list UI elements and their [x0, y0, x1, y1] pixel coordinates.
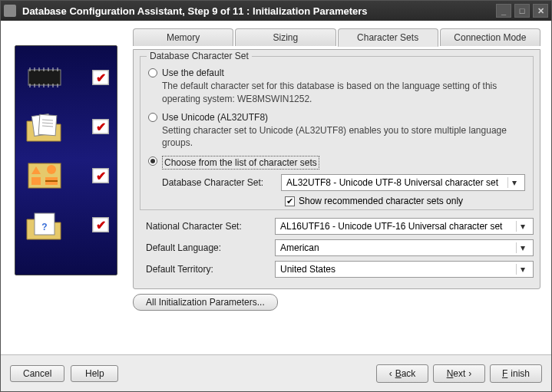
main-panel: Memory Sizing Character Sets Connection … — [124, 28, 544, 354]
maximize-button[interactable]: □ — [514, 4, 530, 18]
default-territory-value: United States — [280, 264, 516, 275]
button-bar: Cancel Help ‹Back Next› Finish — [1, 354, 551, 391]
chevron-down-icon: ▾ — [516, 221, 528, 232]
default-territory-label: Default Territory: — [146, 264, 275, 275]
radio-icon — [148, 113, 157, 122]
radio-choose-list[interactable]: Choose from the list of character sets — [148, 156, 525, 170]
db-charset-value: AL32UTF8 - Unicode UTF-8 Universal chara… — [286, 177, 507, 188]
help-button[interactable]: Help — [71, 365, 118, 382]
cancel-button[interactable]: Cancel — [10, 365, 64, 382]
tab-connection-mode[interactable]: Connection Mode — [440, 28, 540, 46]
radio-choose-list-label: Choose from the list of character sets — [164, 157, 317, 168]
tab-row: Memory Sizing Character Sets Connection … — [133, 28, 540, 46]
show-recommended-checkbox[interactable]: ✔ Show recommended character sets only — [285, 196, 525, 206]
tab-body: Database Character Set Use the default T… — [133, 49, 540, 289]
show-recommended-label: Show recommended character sets only — [299, 196, 463, 206]
svg-point-22 — [47, 165, 56, 174]
tab-sizing[interactable]: Sizing — [235, 28, 335, 46]
national-charset-dropdown[interactable]: AL16UTF16 - Unicode UTF-16 Universal cha… — [275, 218, 534, 235]
finish-button[interactable]: Finish — [490, 364, 542, 383]
tab-character-sets[interactable]: Character Sets — [338, 28, 438, 47]
folder-question-icon: ? — [22, 206, 67, 244]
window-title: Database Configuration Assistant, Step 9… — [22, 5, 496, 17]
db-charset-fieldset: Database Character Set Use the default T… — [140, 56, 534, 210]
close-button[interactable]: ✕ — [533, 4, 548, 18]
default-language-dropdown[interactable]: American ▾ — [275, 239, 534, 256]
chevron-down-icon: ▾ — [516, 264, 528, 275]
step-3-check-icon: ✔ — [92, 168, 109, 183]
national-charset-value: AL16UTF16 - Unicode UTF-16 Universal cha… — [280, 221, 516, 232]
back-button[interactable]: ‹Back — [376, 364, 428, 383]
db-charset-dropdown[interactable]: AL32UTF8 - Unicode UTF-8 Universal chara… — [281, 174, 525, 191]
svg-rect-16 — [38, 114, 57, 135]
step-3: ✔ — [21, 155, 111, 196]
checkbox-icon: ✔ — [285, 196, 295, 206]
titlebar: Database Configuration Assistant, Step 9… — [1, 1, 551, 21]
radio-use-unicode-label: Use Unicode (AL32UTF8) — [162, 112, 268, 123]
all-init-params-button[interactable]: All Initialization Parameters... — [133, 294, 278, 311]
radio-use-unicode-desc: Setting character set to Unicode (AL32UT… — [162, 124, 525, 150]
chevron-down-icon: ▾ — [516, 242, 528, 253]
radio-icon — [148, 68, 157, 77]
default-territory-dropdown[interactable]: United States ▾ — [275, 261, 534, 278]
national-charset-label: National Character Set: — [146, 221, 275, 232]
step-1-check-icon: ✔ — [92, 70, 109, 85]
tab-memory[interactable]: Memory — [133, 28, 233, 46]
next-button[interactable]: Next› — [433, 364, 485, 383]
app-window: Database Configuration Assistant, Step 9… — [0, 0, 552, 392]
chevron-down-icon: ▾ — [507, 177, 520, 188]
step-4: ? ✔ — [21, 204, 111, 245]
shapes-icon — [22, 160, 67, 191]
svg-rect-23 — [31, 177, 41, 185]
step-2: ✔ — [21, 106, 111, 147]
steps-sidebar: ✔ ✔ — [8, 28, 124, 354]
radio-use-default[interactable]: Use the default — [148, 68, 525, 78]
next-arrow-icon: › — [468, 368, 471, 379]
db-charset-label: Database Character Set: — [162, 177, 281, 188]
svg-text:?: ? — [41, 222, 47, 232]
back-arrow-icon: ‹ — [389, 368, 392, 379]
radio-use-default-desc: The default character set for this datab… — [162, 80, 525, 106]
step-4-check-icon: ✔ — [92, 217, 109, 232]
radio-use-unicode[interactable]: Use Unicode (AL32UTF8) — [148, 112, 525, 123]
chip-icon — [22, 64, 67, 91]
default-language-value: American — [280, 242, 516, 253]
svg-rect-0 — [28, 70, 61, 85]
app-icon — [4, 5, 16, 17]
step-2-check-icon: ✔ — [92, 119, 109, 134]
folder-docs-icon — [22, 107, 67, 146]
radio-icon — [148, 156, 157, 166]
minimize-button[interactable]: _ — [496, 4, 511, 18]
step-1: ✔ — [21, 57, 111, 98]
radio-use-default-label: Use the default — [162, 68, 224, 78]
fieldset-legend: Database Character Set — [147, 51, 252, 61]
default-language-label: Default Language: — [146, 242, 275, 253]
